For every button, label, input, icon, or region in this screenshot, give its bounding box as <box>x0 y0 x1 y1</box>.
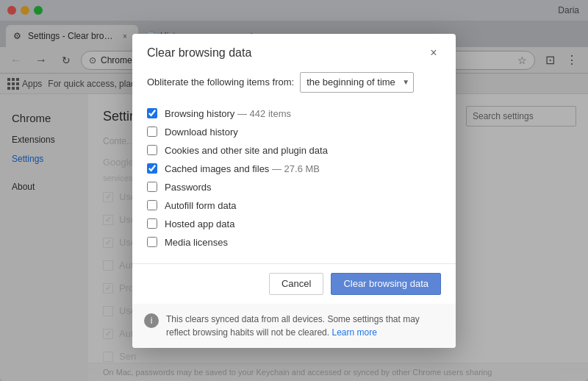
cached-images-label: Cached images and files — 27.6 MB <box>165 163 320 174</box>
checkbox-cached[interactable]: Cached images and files — 27.6 MB <box>147 160 441 178</box>
modal-overlay: Clear browsing data × Obliterate the fol… <box>0 0 588 381</box>
cookies-label: Cookies and other site and plugin data <box>165 145 328 156</box>
autofill-label: Autofill form data <box>165 200 237 211</box>
checkbox-autofill[interactable]: Autofill form data <box>147 196 441 215</box>
download-history-checkbox[interactable] <box>147 127 157 137</box>
checkbox-download-history[interactable]: Download history <box>147 123 441 141</box>
checkbox-hosted-app[interactable]: Hosted app data <box>147 215 441 233</box>
browsing-history-label: Browsing history — 442 items <box>165 108 291 119</box>
dialog-title: Clear browsing data <box>147 46 251 60</box>
time-select-wrapper[interactable]: the beginning of time the past hour the … <box>300 72 414 93</box>
clear-browsing-data-dialog: Clear browsing data × Obliterate the fol… <box>132 34 456 348</box>
download-history-label: Download history <box>165 127 238 138</box>
dialog-close-button[interactable]: × <box>426 46 441 60</box>
cached-size: — 27.6 MB <box>272 163 320 174</box>
cancel-button[interactable]: Cancel <box>269 273 323 295</box>
dialog-header: Clear browsing data × <box>132 34 456 66</box>
browser-frame: Daria ⚙ Settings - Clear browsing data ×… <box>0 0 588 381</box>
dialog-info-bar: i This clears synced data from all devic… <box>132 304 456 348</box>
browsing-history-checkbox[interactable] <box>147 108 157 118</box>
checkbox-media-licenses[interactable]: Media licenses <box>147 233 441 252</box>
checkbox-cookies[interactable]: Cookies and other site and plugin data <box>147 141 441 160</box>
dialog-body: Obliterate the following items from: the… <box>132 66 456 263</box>
media-licenses-label: Media licenses <box>165 237 228 248</box>
cached-images-checkbox[interactable] <box>147 163 157 174</box>
hosted-app-label: Hosted app data <box>165 218 234 229</box>
learn-more-link[interactable]: Learn more <box>331 327 376 338</box>
checkbox-passwords[interactable]: Passwords <box>147 178 441 196</box>
browsing-history-count: — 442 items <box>237 108 291 119</box>
passwords-checkbox[interactable] <box>147 182 157 192</box>
info-text: This clears synced data from all devices… <box>166 314 420 338</box>
cookies-checkbox[interactable] <box>147 145 157 155</box>
info-icon: i <box>144 313 159 328</box>
hosted-app-checkbox[interactable] <box>147 218 157 229</box>
media-licenses-checkbox[interactable] <box>147 237 157 247</box>
dialog-footer: Cancel Clear browsing data <box>132 263 456 304</box>
checkbox-browsing-history[interactable]: Browsing history — 442 items <box>147 104 441 123</box>
passwords-label: Passwords <box>165 182 212 193</box>
info-text-container: This clears synced data from all devices… <box>166 313 444 339</box>
obliterate-label: Obliterate the following items from: <box>147 76 294 88</box>
obliterate-row: Obliterate the following items from: the… <box>147 72 441 93</box>
clear-browsing-data-button[interactable]: Clear browsing data <box>331 273 441 295</box>
time-range-select[interactable]: the beginning of time the past hour the … <box>300 72 414 93</box>
autofill-checkbox[interactable] <box>147 200 157 210</box>
